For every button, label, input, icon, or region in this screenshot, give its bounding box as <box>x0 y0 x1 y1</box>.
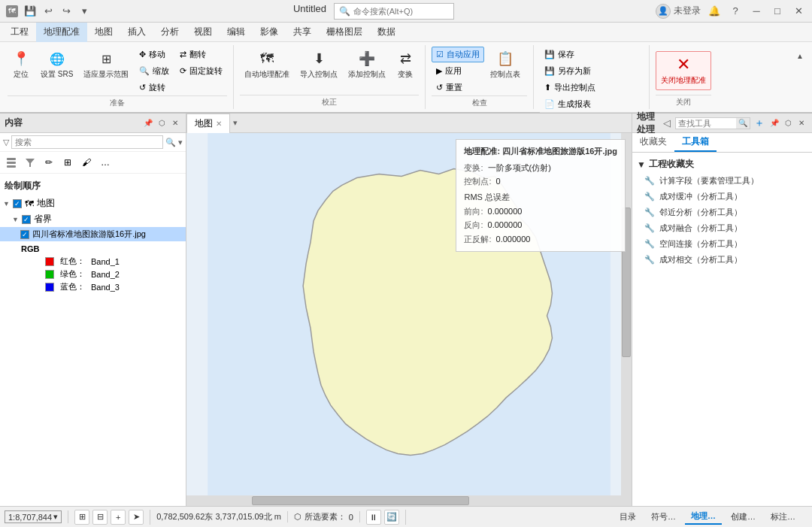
flip-btn[interactable]: ⇄翻转 <box>175 47 227 62</box>
redo-btn[interactable]: ↪ <box>59 4 74 19</box>
layer-paint-btn[interactable]: 🖌 <box>78 154 95 171</box>
close-georef-btn[interactable]: ✕ 关闭地理配准 <box>656 51 711 90</box>
status-refresh-btn[interactable]: 🔄 <box>384 510 399 525</box>
tool-spatial-join[interactable]: 🔧 空间连接（分析工具） <box>637 236 807 252</box>
tab-toolbox[interactable]: 工具箱 <box>674 133 717 152</box>
layer-boundary[interactable]: ▼ ✓ 省界 <box>0 211 186 227</box>
layer-search-input[interactable] <box>11 135 163 149</box>
add-ctrl-btn[interactable]: ➕ 添加控制点 <box>344 47 390 83</box>
tool-proximity[interactable]: 🔧 邻近分析（分析工具） <box>637 204 807 220</box>
menu-project[interactable]: 工程 <box>3 23 36 42</box>
export-ctrl-btn[interactable]: ⬆ 导出控制点 <box>540 80 600 95</box>
map-view-arrow[interactable]: ▾ <box>233 118 238 128</box>
right-panel-close-btn[interactable]: ✕ <box>795 117 807 129</box>
save-btn[interactable]: 💾 保存 <box>540 47 579 62</box>
tool-pair-buffer[interactable]: 🔧 成对缓冲（分析工具） <box>637 189 807 204</box>
scale-display[interactable]: 1:8,707,844 ▾ <box>5 510 62 523</box>
map-expand-arrow[interactable]: ▼ <box>3 200 10 207</box>
boundary-expand-arrow[interactable]: ▼ <box>12 216 19 223</box>
layer-more-btn[interactable]: … <box>97 154 114 171</box>
layer-map[interactable]: ▼ ✓ 🗺 地图 <box>0 195 186 211</box>
tool-search-icon[interactable]: 🔍 <box>736 119 750 127</box>
right-search-box[interactable]: 🔍 <box>675 117 750 129</box>
set-srs-btn[interactable]: 🌐 设置 SRS <box>36 47 77 83</box>
notification-btn[interactable]: 🔔 <box>707 4 722 19</box>
layer-grid-btn[interactable]: ⊞ <box>59 154 76 171</box>
fixed-rotate-btn[interactable]: ⟳固定旋转 <box>175 63 227 79</box>
status-tab-symbols[interactable]: 符号… <box>645 510 682 524</box>
ribbon-collapse-btn[interactable]: ▲ <box>792 48 807 63</box>
fit-display-btn[interactable]: ⊞ 适应显示范围 <box>79 47 133 83</box>
map-canvas[interactable]: 地理配准: 四川省标准地图旅游版16开.jpg 变换: 一阶多项式(仿射) 控制… <box>186 133 632 506</box>
layer-filter-btn[interactable] <box>22 154 38 171</box>
map-view-selector[interactable]: ▾ <box>233 118 238 128</box>
right-panel-float-btn[interactable]: ⬡ <box>782 117 794 129</box>
menu-map[interactable]: 地图 <box>87 23 120 42</box>
undo-btn[interactable]: ↩ <box>41 4 56 19</box>
command-search-box[interactable]: 🔍 <box>334 3 454 20</box>
layer-edit-btn[interactable]: ✏ <box>41 154 57 171</box>
menu-georef[interactable]: 地理配准 <box>36 23 87 42</box>
auto-georef-btn[interactable]: 🗺 自动地理配准 <box>240 47 294 83</box>
menu-share[interactable]: 共享 <box>286 23 319 42</box>
menu-edit[interactable]: 编辑 <box>220 23 253 42</box>
status-zoom-in-btn[interactable]: + <box>111 510 126 525</box>
h-scroll-thumb[interactable] <box>252 496 469 505</box>
boundary-checkbox[interactable]: ✓ <box>22 215 31 224</box>
status-page-left-btn[interactable]: ⊞ <box>74 510 89 525</box>
layer-sichuan-img[interactable]: ▶ ✓ 四川省标准地图旅游版16开.jpg <box>0 227 186 241</box>
maximize-btn[interactable]: □ <box>770 4 785 19</box>
move-btn[interactable]: ✥移动 <box>135 47 174 62</box>
status-tab-label[interactable]: 标注… <box>765 510 801 524</box>
map-tab-close-btn[interactable]: ✕ <box>216 120 222 128</box>
tool-search-input[interactable] <box>676 118 736 129</box>
command-search-input[interactable] <box>353 7 444 16</box>
status-grid-btn[interactable]: ⊟ <box>92 510 108 525</box>
menu-raster[interactable]: 栅格图层 <box>319 23 370 42</box>
more-quick-btn[interactable]: ▾ <box>77 4 92 19</box>
rotate-btn[interactable]: ↺旋转 <box>135 80 174 95</box>
apply-btn[interactable]: ▶ 应用 <box>432 63 484 79</box>
map-checkbox[interactable]: ✓ <box>13 199 22 208</box>
tab-favorites[interactable]: 收藏夹 <box>632 133 674 152</box>
help-btn[interactable]: ? <box>728 4 743 19</box>
tool-calc-field[interactable]: 🔧 计算字段（要素管理工具） <box>637 173 807 189</box>
panel-pin-btn[interactable]: 📌 <box>142 117 154 129</box>
status-nav-btn[interactable]: ➤ <box>129 510 144 525</box>
auto-apply-btn[interactable]: ☑ 自动应用 <box>432 47 484 62</box>
panel-float-btn[interactable]: ⬡ <box>156 117 168 129</box>
panel-close-btn[interactable]: ✕ <box>169 117 181 129</box>
menu-view[interactable]: 视图 <box>186 23 220 42</box>
close-btn[interactable]: ✕ <box>791 4 806 19</box>
save-quick-btn[interactable]: 💾 <box>23 4 38 19</box>
menu-analysis[interactable]: 分析 <box>153 23 186 42</box>
back-btn[interactable]: ◁ <box>660 117 674 129</box>
sichuan-checkbox[interactable]: ✓ <box>20 230 29 239</box>
zoom-btn[interactable]: 🔍缩放 <box>135 63 174 79</box>
locate-btn[interactable]: 📍 定位 <box>8 47 35 83</box>
reset-btn[interactable]: ↺ 重置 <box>432 80 484 95</box>
import-ctrl-btn[interactable]: ⬇ 导入控制点 <box>295 47 342 83</box>
menu-imagery[interactable]: 影像 <box>253 23 286 42</box>
map-scrollbar-h[interactable] <box>186 495 621 506</box>
add-layer-btn[interactable] <box>3 154 20 171</box>
ctrl-table-btn[interactable]: 📋 控制点表 <box>486 47 525 83</box>
tool-pair-dissolve[interactable]: 🔧 成对融合（分析工具） <box>637 220 807 236</box>
user-avatar[interactable]: 👤 <box>656 4 671 19</box>
status-tab-catalog[interactable]: 目录 <box>614 510 642 524</box>
map-tab-main[interactable]: 地图 ✕ <box>186 114 230 133</box>
right-add-btn[interactable]: ＋ <box>752 116 767 131</box>
save-as-btn[interactable]: 💾 另存为新 <box>540 63 595 79</box>
minimize-btn[interactable]: ─ <box>749 4 764 19</box>
project-favorites-header[interactable]: ▼ 工程收藏夹 <box>637 156 807 173</box>
filter-options-btn[interactable]: ▾ <box>178 138 183 147</box>
transform-btn[interactable]: ⇄ 变换 <box>392 47 419 83</box>
status-tab-georef[interactable]: 地理… <box>685 509 722 525</box>
gen-report-btn[interactable]: 📄 生成报表 <box>540 96 595 112</box>
tool-pair-intersect[interactable]: 🔧 成对相交（分析工具） <box>637 252 807 268</box>
menu-insert[interactable]: 插入 <box>120 23 153 42</box>
status-pause-btn[interactable]: ⏸ <box>366 510 381 525</box>
status-tab-create[interactable]: 创建… <box>725 510 762 524</box>
menu-data[interactable]: 数据 <box>370 23 403 42</box>
right-panel-pin-btn[interactable]: 📌 <box>768 117 780 129</box>
